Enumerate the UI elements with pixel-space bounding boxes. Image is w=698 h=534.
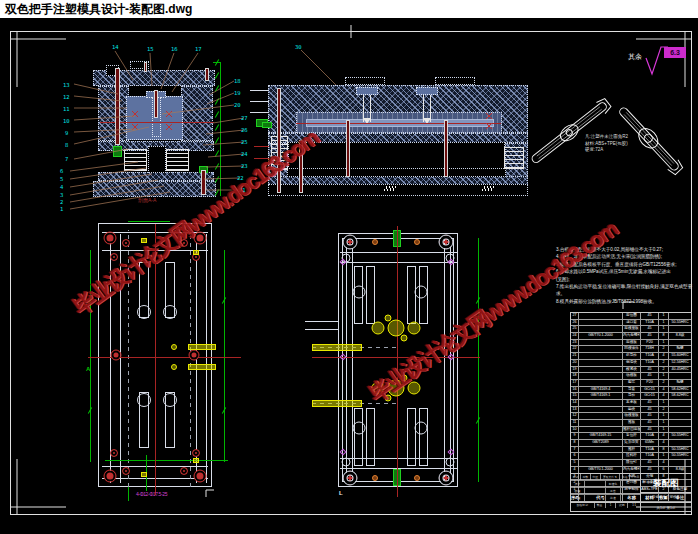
bom-cell (669, 400, 691, 406)
bom-cell: 斜导柱 (623, 353, 641, 359)
gline (212, 460, 228, 461)
tb-rev-cell: 年月日 (630, 474, 640, 480)
bom-cell: 定位圈 (623, 313, 641, 319)
bom-cell: 限位钉 (623, 460, 641, 466)
gline (224, 250, 225, 462)
wcirc (342, 458, 351, 467)
wcirc (353, 422, 366, 435)
wcirc (353, 286, 366, 299)
bolt (192, 449, 200, 457)
bom-cell: 12 (571, 413, 579, 419)
wline (250, 90, 269, 91)
bolt (180, 467, 188, 475)
callout-24: 24 (241, 151, 248, 157)
bom-cell: GB/T2089 (579, 440, 623, 446)
varrow (423, 95, 431, 122)
redx (132, 111, 138, 117)
bom-cell: 预硬 (669, 346, 691, 352)
wline (305, 329, 338, 330)
bom-cell (579, 460, 623, 466)
callout-4: 4 (60, 184, 63, 190)
tb-rev-cell: 处数 (581, 474, 591, 480)
bom-cell: 定模座板 (623, 326, 641, 332)
bom-cell: 支承板 (623, 400, 641, 406)
target (439, 471, 454, 486)
bolt (194, 232, 207, 245)
bom-cell: T10A (641, 320, 659, 326)
bom-cell: 13 (571, 407, 579, 413)
bolt (122, 239, 130, 247)
slate (356, 87, 378, 95)
bom-cell (579, 367, 623, 373)
bolt (122, 467, 130, 475)
cad-viewport[interactable]: 双色把手注塑模具设计-装配图.dwg (0, 0, 698, 534)
bom-cell: GCr15 (641, 393, 659, 399)
callout-1: 1 (60, 206, 63, 212)
ycirc (385, 315, 392, 322)
wcirc (137, 305, 151, 319)
bom-row: 6拉料杆T10A150-55HRC (571, 453, 691, 460)
odot (414, 239, 420, 245)
tech-note-line: 3.合模后分型面间隙不大于0.02,局部错位不大于0.27; (556, 246, 692, 253)
ycirc (388, 380, 405, 397)
bom-cell: 45 (641, 313, 659, 319)
bolt (111, 350, 122, 361)
bom-cell (579, 326, 623, 332)
odot (372, 239, 378, 245)
bom-row: 8GB/T2089矩形弹簧65Mn4 (571, 440, 691, 447)
bbox (345, 77, 385, 85)
yrect (188, 344, 216, 350)
wcirc (446, 458, 455, 467)
bom-cell (579, 313, 623, 319)
bom-cell: T10A (641, 447, 659, 453)
bom-cell (669, 427, 691, 433)
bom-cell: GCr15 (641, 387, 659, 393)
bom-row: 25定模座板451 (571, 326, 691, 333)
bom-cell (669, 313, 691, 319)
bom-cell: 推杆 (623, 447, 641, 453)
bom-cell: 内六角螺钉M12 (623, 333, 641, 339)
bom-row: 26浇口套T10A150-55HRC (571, 320, 691, 327)
bolt (110, 253, 118, 261)
rline (296, 123, 501, 124)
bbox (287, 168, 506, 177)
redpin (277, 88, 281, 193)
bom-cell: 8 (659, 333, 669, 339)
yrect (193, 458, 199, 463)
hatch (93, 181, 216, 197)
rline (254, 146, 269, 147)
gline (128, 487, 129, 501)
yrect (188, 364, 216, 370)
window-titlebar[interactable]: 双色把手注塑模具设计-装配图.dwg (0, 0, 698, 18)
bom-cell: 1 (659, 313, 669, 319)
target (439, 235, 454, 250)
wline (340, 262, 457, 263)
bom-row: 11推板451 (571, 420, 691, 427)
bom-cell: GB/T4169.4 (579, 387, 623, 393)
tb-role-cell (621, 488, 640, 494)
bom-cell (579, 346, 623, 352)
bom-row: 21斜导柱T10A455-60HRC (571, 353, 691, 360)
bom-cell: 25 (571, 326, 579, 332)
bom-cell: 楔紧块 (623, 367, 641, 373)
bom-row: 13垫块452 (571, 407, 691, 414)
bom-cell: 1 (659, 400, 669, 406)
bolt (194, 470, 207, 483)
bom-cell: 8.8级 (669, 333, 691, 339)
bom-cell: 4 (659, 433, 669, 439)
tech-note-line: 4.导柱、导套装配后运动灵活,无卡滞(涂润滑脂防锈); (556, 253, 692, 260)
bom-cell: 11 (571, 420, 579, 426)
bom-cell: 动模板 (623, 373, 641, 379)
bom-cell: 预硬 (669, 380, 691, 386)
yrect (312, 344, 362, 351)
wline (250, 101, 269, 102)
bom-row: 24GB/T70.1-2000内六角螺钉M124588.8级 (571, 333, 691, 340)
bbox (435, 77, 475, 85)
bom-cell: 20 (571, 360, 579, 366)
tb-scale-value: 1:1 (628, 502, 640, 508)
sheet-count: 共1张 第1张 (641, 503, 691, 513)
bom-cell: 6 (659, 467, 669, 473)
bom-cell: 内六角螺钉M10 (623, 467, 641, 473)
redx (166, 111, 172, 117)
bom-cell: 4 (571, 467, 579, 473)
